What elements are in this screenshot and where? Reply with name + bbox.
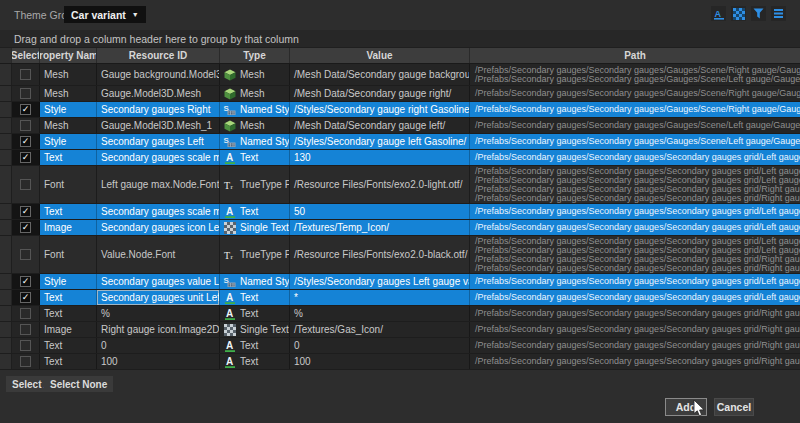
toolbar-icons: A [711,6,786,21]
row-checkbox[interactable]: ✓ [20,152,31,163]
type-label: TrueType Font [240,249,290,260]
resource-id-cell: % [97,306,220,321]
row-checkbox[interactable] [20,356,31,367]
row-checkbox[interactable]: ✓ [20,104,31,115]
row-checkbox[interactable]: ✓ [20,136,31,147]
table-row[interactable]: FontLeft gauge max.Node.FontTrTrueType F… [0,166,800,204]
property-name-cell: Style [40,102,97,117]
path-line: /Prefabs/Secondary gauges/Secondary gaug… [475,75,800,84]
table-row[interactable]: ✓TextSecondary gauges scale max LeftATex… [0,150,800,166]
column-header-type[interactable]: Type [220,48,290,63]
table-row[interactable]: ✓StyleSecondary gauges value LeftSNamed … [0,274,800,290]
resource-id-cell: Secondary gauges Left [97,134,220,149]
type-cell: SNamed Style [220,102,290,117]
row-checkbox[interactable] [20,324,31,335]
table-row[interactable]: MeshGauge.Model3D.Mesh_1Mesh/Mesh Data/S… [0,118,800,134]
select-cell: ✓ [12,220,40,235]
path-cell: /Prefabs/Secondary gauges/Secondary gaug… [470,64,800,85]
named-style-icon: S [223,104,236,116]
menu-icon[interactable] [771,6,786,21]
row-checkbox[interactable] [20,69,31,80]
property-name-cell: Text [40,354,97,369]
row-checkbox[interactable]: ✓ [20,292,31,303]
column-header-path[interactable]: Path [470,48,800,63]
theme-group-dropdown[interactable]: Car variant ▼ [64,6,146,23]
table-row[interactable]: ✓TextSecondary gauges scale min LeftATex… [0,204,800,220]
row-gutter [0,118,12,133]
type-label: Named Style [240,104,290,115]
path-line: /Prefabs/Secondary gauges/Secondary gaug… [475,105,800,114]
table-row[interactable]: Text100AText100/Prefabs/Secondary gauges… [0,354,800,370]
path-cell: /Prefabs/Secondary gauges/Secondary gaug… [470,274,800,289]
truetype-font-icon: Tr [223,179,236,191]
table-row[interactable]: Text0AText0/Prefabs/Secondary gauges/Sec… [0,338,800,354]
property-name-cell: Text [40,306,97,321]
table-row[interactable]: FontValue.Node.FontTrTrueType Font/Resou… [0,236,800,274]
row-checkbox[interactable] [20,340,31,351]
text-icon: A [223,308,236,320]
svg-text:T: T [224,249,230,260]
svg-text:A: A [226,308,233,319]
texture-tool-icon[interactable] [731,6,746,21]
column-header-property-name[interactable]: Property Name [40,48,97,63]
row-checkbox[interactable]: ✓ [20,222,31,233]
property-table: SelectProperty NameResource IDTypeValueP… [0,48,800,370]
row-checkbox[interactable] [20,249,31,260]
path-line: /Prefabs/Secondary gauges/Secondary gaug… [475,121,800,130]
row-checkbox[interactable]: ✓ [20,276,31,287]
value-cell: /Resource Files/Fonts/exo2.0-black.otf/ [290,236,470,273]
svg-text:A: A [714,8,721,18]
resource-id-cell: Right gauge icon.Image2D.Image [97,322,220,337]
value-cell: /Mesh Data/Secondary gauge left/ [290,118,470,133]
select-cell [12,306,40,321]
row-checkbox[interactable]: ✓ [20,206,31,217]
filter-icon[interactable] [751,6,766,21]
property-name-cell: Text [40,290,97,305]
value-cell: /Textures/Temp_Icon/ [290,220,470,235]
value-cell: /Styles/Secondary gauge left Gasoline/ [290,134,470,149]
property-name-cell: Mesh [40,86,97,101]
table-row[interactable]: Text%AText%/Prefabs/Secondary gauges/Sec… [0,306,800,322]
path-line: /Prefabs/Secondary gauges/Secondary gaug… [475,207,800,216]
column-header-resource-id[interactable]: Resource ID [97,48,220,63]
single-texture-icon [223,324,236,336]
table-row[interactable]: MeshGauge background.Model3D.MeshMesh/Me… [0,64,800,86]
cancel-button[interactable]: Cancel [714,398,754,416]
value-cell: % [290,306,470,321]
type-label: Named Style [240,136,290,147]
row-gutter [0,354,12,369]
row-gutter [0,86,12,101]
row-gutter [0,274,12,289]
mesh-icon [223,88,236,100]
resource-id-cell: Secondary gauges Right [97,102,220,117]
table-row[interactable]: ✓StyleSecondary gauges RightSNamed Style… [0,102,800,118]
table-row[interactable]: ✓TextSecondary gauges unit LeftAText*/Pr… [0,290,800,306]
table-row[interactable]: ImageRight gauge icon.Image2D.ImageSingl… [0,322,800,338]
row-checkbox[interactable] [20,120,31,131]
row-checkbox[interactable] [20,88,31,99]
select-none-button[interactable]: Select None [44,376,113,392]
type-cell: AText [220,204,290,219]
row-checkbox[interactable] [20,179,31,190]
select-cell [12,236,40,273]
table-row[interactable]: ✓StyleSecondary gauges LeftSNamed Style/… [0,134,800,150]
type-label: Mesh [240,88,264,99]
path-line: /Prefabs/Secondary gauges/Secondary gaug… [475,309,800,318]
column-header-select[interactable]: Select [12,48,40,63]
font-tool-icon[interactable]: A [711,6,726,21]
type-label: TrueType Font [240,179,290,190]
path-line: /Prefabs/Secondary gauges/Secondary gaug… [475,325,800,334]
path-line: /Prefabs/Secondary gauges/Secondary gaug… [475,89,800,98]
row-gutter [0,102,12,117]
group-by-bar[interactable]: Drag and drop a column header here to gr… [0,30,800,48]
path-line: /Prefabs/Secondary gauges/Secondary gaug… [475,264,800,273]
table-row[interactable]: MeshGauge.Model3D.MeshMesh/Mesh Data/Sec… [0,86,800,102]
row-checkbox[interactable] [20,308,31,319]
column-header-value[interactable]: Value [290,48,470,63]
svg-text:A: A [226,356,233,367]
table-row[interactable]: ✓ImageSecondary gauges icon LeftSingle T… [0,220,800,236]
type-cell: Mesh [220,64,290,85]
type-cell: SNamed Style [220,274,290,289]
add-button[interactable]: Add [665,398,707,416]
type-label: Single Texture [240,222,290,233]
